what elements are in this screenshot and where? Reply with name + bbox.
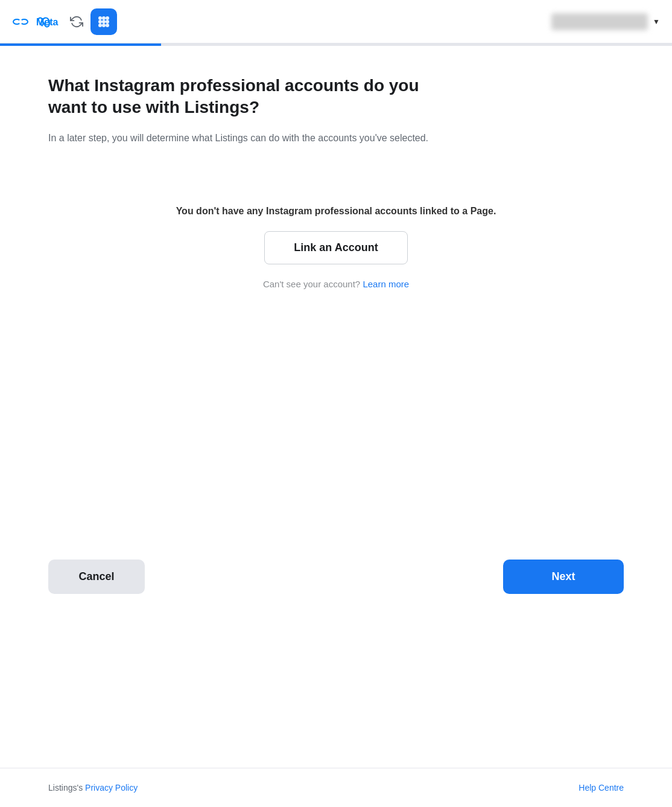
svg-point-5 <box>102 16 106 20</box>
spacer <box>48 415 624 516</box>
footer: Listings's Privacy Policy Help Centre <box>0 768 672 807</box>
no-accounts-section: You don't have any Instagram professiona… <box>48 182 624 415</box>
meta-wordmark: Meta <box>36 16 63 28</box>
svg-point-4 <box>98 16 102 20</box>
svg-point-12 <box>106 24 109 27</box>
no-accounts-text: You don't have any Instagram professiona… <box>176 206 496 217</box>
meta-logo: Meta <box>12 13 63 30</box>
learn-more-link[interactable]: Learn more <box>363 279 409 289</box>
svg-rect-2 <box>19 19 22 24</box>
privacy-policy-link[interactable]: Privacy Policy <box>85 783 138 793</box>
link-account-button[interactable]: Link an Account <box>264 231 407 264</box>
app-dots-icon <box>95 13 112 30</box>
svg-point-9 <box>106 20 109 24</box>
meta-logo-icon <box>12 13 36 30</box>
header-right: ▼ <box>551 13 660 30</box>
svg-point-10 <box>98 24 102 27</box>
page-container: Meta <box>0 0 672 807</box>
footer-listings-text: Listings's <box>48 783 83 793</box>
refresh-icon <box>70 15 83 28</box>
chevron-down-icon[interactable]: ▼ <box>653 18 660 26</box>
header: Meta <box>0 0 672 43</box>
main-content: What Instagram professional accounts do … <box>0 46 672 540</box>
footer-left: Listings's Privacy Policy <box>48 783 138 793</box>
cancel-button[interactable]: Cancel <box>48 560 145 594</box>
page-description: In a later step, you will determine what… <box>48 131 458 145</box>
svg-point-8 <box>102 20 106 24</box>
svg-point-6 <box>106 16 109 20</box>
bottom-actions: Cancel Next <box>0 540 672 613</box>
svg-point-11 <box>102 24 106 27</box>
svg-point-7 <box>98 20 102 24</box>
bottom-spacer <box>0 613 672 768</box>
app-icon-box <box>90 8 117 35</box>
header-left: Meta <box>12 8 117 35</box>
help-centre-link[interactable]: Help Centre <box>578 783 624 793</box>
svg-text:Meta: Meta <box>36 17 59 27</box>
next-button[interactable]: Next <box>503 560 624 594</box>
cant-see-text: Can't see your account? Learn more <box>263 279 409 289</box>
page-title: What Instagram professional accounts do … <box>48 75 458 119</box>
user-account-blurred <box>551 13 648 30</box>
